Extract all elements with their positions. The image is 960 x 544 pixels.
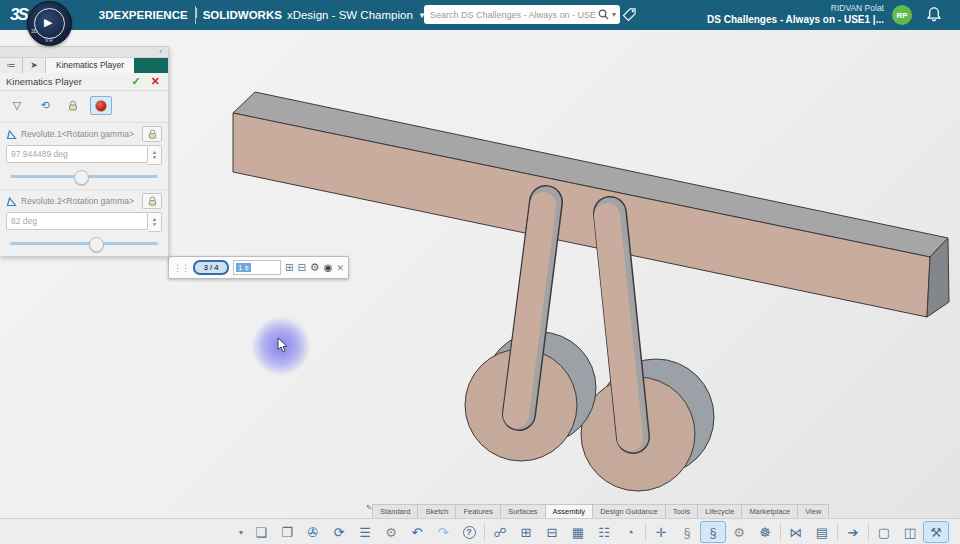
frame-counter-badge: 3 / 4: [193, 260, 229, 275]
user-name: RIDVAN Polat: [707, 2, 884, 14]
help-icon[interactable]: ?: [456, 521, 482, 543]
tab-view[interactable]: View: [797, 504, 829, 518]
replay-icon[interactable]: ⟲: [34, 96, 56, 115]
paperclip-icon[interactable]: §: [674, 521, 700, 543]
toolbar-divider: [780, 523, 781, 541]
kinematics-robot-icon[interactable]: ⚒: [923, 521, 949, 543]
trace-icon[interactable]: [90, 96, 112, 115]
tab-assembly[interactable]: Assembly: [545, 504, 594, 518]
app-switcher[interactable]: 3DEXPERIENCE | SOLIDWORKS xDesign - SW C…: [99, 6, 425, 24]
tenant-name: DS Challenges - Always on - USE1 |...: [707, 14, 884, 26]
tab-lifecycle[interactable]: Lifecycle: [697, 504, 742, 518]
tab-features[interactable]: Features: [455, 504, 501, 518]
remove-frame-icon[interactable]: ⊟: [297, 262, 305, 273]
joint-slider[interactable]: [8, 234, 160, 252]
close-icon[interactable]: ✕: [336, 263, 344, 273]
mate-icon[interactable]: ☍: [487, 521, 513, 543]
collapse-panel-icon[interactable]: ‹: [159, 47, 162, 56]
search-bar[interactable]: ▾: [424, 5, 620, 24]
mouse-cursor: [277, 338, 290, 353]
3ds-logo-icon[interactable]: 3S: [10, 5, 27, 25]
slider-track[interactable]: [10, 242, 158, 245]
simulation-toolbar: ⋮⋮ 3 / 4 1 s ⊞ ⊟ ⚙ ◉ ✕: [168, 256, 349, 279]
brand-name: 3DEXPERIENCE: [99, 9, 188, 21]
linear-pattern-icon[interactable]: ☷: [591, 521, 617, 543]
compass-side-label: 3D: [31, 28, 37, 34]
gear-part-icon[interactable]: ☸: [752, 521, 778, 543]
smart-update-icon[interactable]: §: [700, 521, 726, 543]
record-icon[interactable]: ◉: [324, 262, 333, 273]
gears-icon[interactable]: ⚙: [726, 521, 752, 543]
open-icon[interactable]: ❐: [274, 521, 300, 543]
export-icon[interactable]: ➔: [840, 521, 866, 543]
notifications-bell-icon[interactable]: [926, 6, 942, 23]
circular-pattern-icon[interactable]: ◔: [617, 521, 643, 543]
search-input[interactable]: [428, 9, 598, 21]
joint-slider[interactable]: [8, 167, 160, 185]
settings-icon[interactable]: ⚙: [378, 521, 404, 543]
tab-design-guidance[interactable]: Design Guidance: [592, 504, 666, 518]
player-tab-icon[interactable]: ➤: [23, 58, 46, 73]
tab-tools[interactable]: Tools: [665, 504, 699, 518]
move-pattern-icon[interactable]: ▤: [809, 521, 835, 543]
lock-icon[interactable]: [62, 96, 84, 115]
slider-thumb[interactable]: [74, 170, 89, 185]
properties-icon[interactable]: ☰: [352, 521, 378, 543]
tab-sketch[interactable]: Sketch: [417, 504, 456, 518]
confirm-button[interactable]: ✓: [132, 75, 141, 88]
tab-strip-filler: [134, 58, 168, 73]
brand-separator: |: [195, 6, 196, 24]
new-part-icon[interactable]: ❏: [248, 521, 274, 543]
tab-kinematics-player[interactable]: Kinematics Player: [46, 58, 134, 73]
joint-angle-input[interactable]: [6, 145, 148, 163]
user-context-block[interactable]: RIDVAN Polat DS Challenges - Always on -…: [707, 2, 884, 26]
cancel-button[interactable]: ✕: [151, 75, 160, 88]
slider-thumb[interactable]: [89, 237, 104, 252]
toolbar-divider: [868, 523, 869, 541]
frame-icon[interactable]: ▢: [871, 521, 897, 543]
undo-icon[interactable]: ↶: [404, 521, 430, 543]
pattern-icon[interactable]: ▦: [565, 521, 591, 543]
tab-standard[interactable]: Standard: [372, 504, 418, 518]
filter-icon[interactable]: ▽: [6, 96, 28, 115]
collapse-ribbon-icon[interactable]: ▾: [234, 528, 248, 537]
drag-handle[interactable]: ⋮⋮: [173, 263, 189, 273]
joint-lock-button[interactable]: [142, 126, 162, 142]
spinner-stepper[interactable]: ▲▼: [148, 212, 162, 232]
joint-section-revolute-1: Revolute.1<Rotation gamma> ▲▼: [0, 122, 168, 185]
save-icon[interactable]: ✇: [300, 521, 326, 543]
derive-component-icon[interactable]: ⊟: [539, 521, 565, 543]
compass-bottom-label: V.R: [45, 37, 53, 43]
ribbon-icon-bar: ▾ ❏ ❐ ✇ ⟳ ☰ ⚙ ↶ ↷ ? ☍ ⊞ ⊟ ▦ ☷ ◔ ✛ § § ⚙ …: [0, 518, 960, 544]
redo-icon[interactable]: ↷: [430, 521, 456, 543]
angle-icon: [6, 129, 17, 140]
panel-header: Kinematics Player ✓ ✕: [0, 73, 168, 91]
sim-settings-icon[interactable]: ⚙: [310, 261, 320, 274]
compass-play-icon[interactable]: ▶: [44, 16, 52, 29]
insert-component-icon[interactable]: ⊞: [513, 521, 539, 543]
trace-ball-glyph: [95, 100, 107, 112]
duration-input[interactable]: 1 s: [233, 260, 281, 275]
mirror-icon[interactable]: ⋈: [783, 521, 809, 543]
joint-section-revolute-2: Revolute.2<Rotation gamma> ▲▼: [0, 189, 168, 252]
search-icon[interactable]: [598, 9, 609, 20]
app-name: SOLIDWORKS: [203, 9, 282, 21]
search-scope-chevron-icon[interactable]: ▾: [612, 10, 616, 19]
interference-icon[interactable]: ◫: [897, 521, 923, 543]
panel-collapse-strip[interactable]: ‹: [0, 47, 168, 58]
joint-angle-input[interactable]: [6, 212, 148, 230]
add-frame-icon[interactable]: ⊞: [285, 262, 293, 273]
toolbar-divider: [837, 523, 838, 541]
3dexperience-compass[interactable]: ▶ 3D V.R: [27, 1, 72, 46]
avatar[interactable]: RP: [892, 5, 912, 25]
spinner-stepper[interactable]: ▲▼: [148, 145, 162, 165]
tag-icon[interactable]: [622, 7, 637, 22]
sync-icon[interactable]: ⟳: [326, 521, 352, 543]
kinematics-player-panel: ‹ ≔ ➤ Kinematics Player Kinematics Playe…: [0, 46, 169, 257]
joint-lock-button[interactable]: [142, 193, 162, 209]
joint-label: Revolute.2<Rotation gamma>: [21, 196, 142, 206]
tab-surfaces[interactable]: Surfaces: [500, 504, 546, 518]
tab-marketplace[interactable]: Marketplace: [741, 504, 798, 518]
move-component-icon[interactable]: ✛: [648, 521, 674, 543]
model-tree-tab-icon[interactable]: ≔: [0, 58, 23, 73]
